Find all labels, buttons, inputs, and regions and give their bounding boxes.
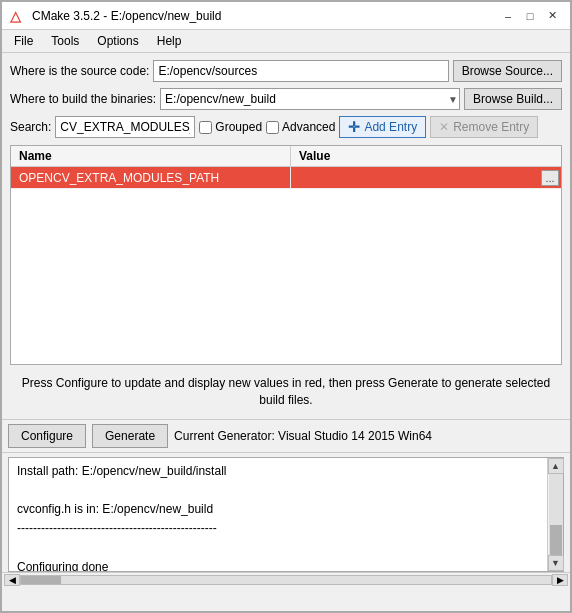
log-area: Install path: E:/opencv/new_build/instal… (8, 457, 564, 572)
maximize-button[interactable]: □ (520, 6, 540, 26)
menu-file[interactable]: File (6, 32, 41, 50)
search-label: Search: (10, 120, 51, 134)
log-content: Install path: E:/opencv/new_build/instal… (9, 458, 547, 571)
table-row[interactable]: OPENCV_EXTRA_MODULES_PATH ... (11, 167, 561, 189)
grouped-checkbox-label[interactable]: Grouped (199, 120, 262, 134)
build-select[interactable]: E:/opencv/new_build (160, 88, 460, 110)
name-cell: OPENCV_EXTRA_MODULES_PATH (11, 167, 291, 188)
horizontal-scrollbar[interactable]: ◀ ▶ (2, 572, 570, 588)
generator-text: Current Generator: Visual Studio 14 2015… (174, 429, 432, 443)
log-line-0: Install path: E:/opencv/new_build/instal… (17, 462, 539, 481)
log-line-5: Configuring done (17, 558, 539, 571)
menu-options[interactable]: Options (89, 32, 146, 50)
browse-build-button[interactable]: Browse Build... (464, 88, 562, 110)
log-line-4 (17, 538, 539, 557)
app-icon: △ (10, 8, 26, 24)
log-line-1 (17, 481, 539, 500)
source-label: Where is the source code: (10, 64, 149, 78)
scroll-thumb (550, 525, 562, 555)
table-header: Name Value (11, 146, 561, 167)
title-bar: △ CMake 3.5.2 - E:/opencv/new_build – □ … (2, 2, 570, 30)
log-scrollbar[interactable]: ▲ ▼ (547, 458, 563, 571)
menu-tools[interactable]: Tools (43, 32, 87, 50)
action-row: Configure Generate Current Generator: Vi… (2, 419, 570, 453)
value-column-header: Value (291, 146, 561, 166)
h-scroll-thumb (21, 576, 61, 584)
scroll-right-arrow[interactable]: ▶ (552, 574, 568, 586)
scroll-up-arrow[interactable]: ▲ (548, 458, 564, 474)
window-title: CMake 3.5.2 - E:/opencv/new_build (32, 9, 221, 23)
browse-value-button[interactable]: ... (541, 170, 559, 186)
build-combo-wrapper: E:/opencv/new_build ▼ (160, 88, 460, 110)
menu-bar: File Tools Options Help (2, 30, 570, 53)
grouped-checkbox[interactable] (199, 121, 212, 134)
name-column-header: Name (11, 146, 291, 166)
close-button[interactable]: ✕ (542, 6, 562, 26)
build-label: Where to build the binaries: (10, 92, 156, 106)
x-icon: ✕ (439, 120, 449, 134)
scroll-down-arrow[interactable]: ▼ (548, 555, 564, 571)
source-input[interactable] (153, 60, 448, 82)
search-row: Search: Grouped Advanced ✛ Add Entry ✕ R… (10, 115, 562, 139)
log-separator: ----------------------------------------… (17, 519, 539, 538)
advanced-checkbox[interactable] (266, 121, 279, 134)
search-input[interactable] (55, 116, 195, 138)
scroll-track (549, 474, 563, 555)
configure-button[interactable]: Configure (8, 424, 86, 448)
menu-help[interactable]: Help (149, 32, 190, 50)
status-text: Press Configure to update and display ne… (10, 369, 562, 415)
scroll-left-arrow[interactable]: ◀ (4, 574, 20, 586)
log-line-2: cvconfig.h is in: E:/opencv/new_build (17, 500, 539, 519)
add-entry-button[interactable]: ✛ Add Entry (339, 116, 426, 138)
build-row: Where to build the binaries: E:/opencv/n… (10, 87, 562, 111)
advanced-checkbox-label[interactable]: Advanced (266, 120, 335, 134)
source-row: Where is the source code: Browse Source.… (10, 59, 562, 83)
minimize-button[interactable]: – (498, 6, 518, 26)
generate-button[interactable]: Generate (92, 424, 168, 448)
plus-icon: ✛ (348, 119, 360, 135)
remove-entry-button[interactable]: ✕ Remove Entry (430, 116, 538, 138)
entries-table: Name Value OPENCV_EXTRA_MODULES_PATH ... (10, 145, 562, 365)
h-scroll-track (20, 575, 552, 585)
value-cell[interactable]: ... (291, 167, 561, 188)
browse-source-button[interactable]: Browse Source... (453, 60, 562, 82)
